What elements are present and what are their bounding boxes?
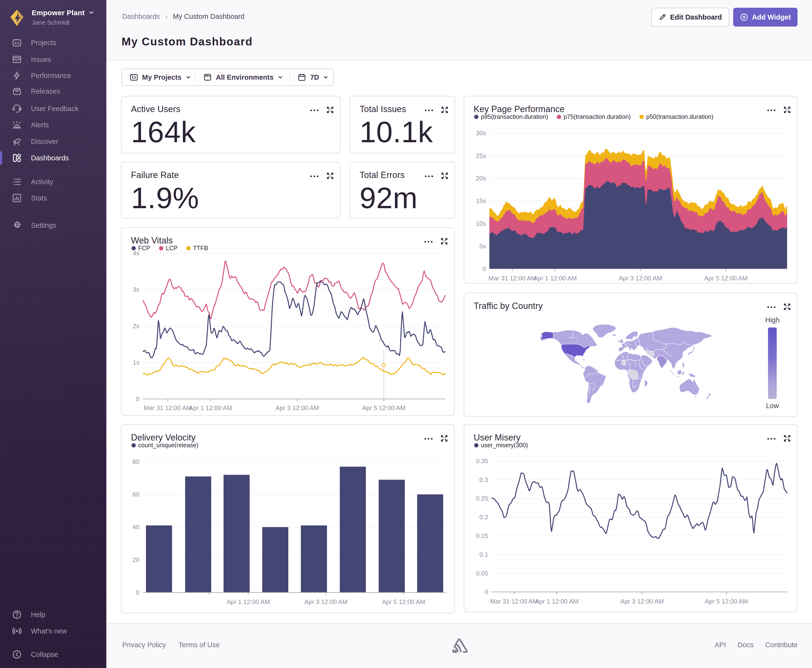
svg-text:Apr 1 12:00 AM: Apr 1 12:00 AM [189, 404, 232, 411]
svg-text:40: 40 [132, 523, 139, 531]
svg-text:Apr 3 12:00 AM: Apr 3 12:00 AM [276, 404, 319, 411]
svg-text:25s: 25s [476, 152, 486, 159]
svg-text:15s: 15s [476, 197, 486, 205]
svg-text:1s: 1s [133, 359, 139, 366]
svg-text:Apr 1 12:00 AM: Apr 1 12:00 AM [535, 598, 578, 605]
svg-text:0: 0 [482, 265, 486, 272]
svg-text:Apr 3 12:00 AM: Apr 3 12:00 AM [619, 275, 662, 282]
svg-text:30s: 30s [476, 129, 486, 137]
svg-text:Apr 5 12:00 AM: Apr 5 12:00 AM [704, 275, 747, 282]
svg-text:Apr 1 12:00 AM: Apr 1 12:00 AM [533, 275, 577, 282]
svg-text:60: 60 [132, 491, 139, 498]
svg-text:2s: 2s [133, 322, 139, 330]
svg-text:Mar 31 12:00 AM: Mar 31 12:00 AM [490, 598, 538, 605]
svg-text:Mar 31 12:00 AM: Mar 31 12:00 AM [144, 404, 192, 411]
svg-text:0.3: 0.3 [479, 476, 488, 483]
svg-text:Apr 5 12:00 AM: Apr 5 12:00 AM [382, 598, 425, 605]
svg-text:80: 80 [132, 458, 139, 465]
svg-text:Apr 5 12:00 AM: Apr 5 12:00 AM [362, 404, 405, 411]
svg-text:0.1: 0.1 [479, 551, 488, 558]
svg-text:0.2: 0.2 [479, 513, 488, 521]
svg-text:4s: 4s [133, 249, 139, 257]
svg-text:0: 0 [136, 589, 139, 596]
svg-text:10s: 10s [476, 220, 486, 227]
svg-text:20s: 20s [476, 175, 486, 182]
svg-text:5s: 5s [479, 242, 486, 250]
svg-text:Apr 3 12:00 AM: Apr 3 12:00 AM [304, 598, 348, 605]
svg-text:0: 0 [136, 395, 139, 402]
svg-text:Mar 31 12:00 AM: Mar 31 12:00 AM [489, 275, 536, 282]
svg-text:0.15: 0.15 [476, 532, 488, 539]
svg-text:Apr 5 12:00 AM: Apr 5 12:00 AM [705, 598, 748, 605]
svg-text:20: 20 [132, 556, 139, 563]
svg-text:Apr 3 12:00 AM: Apr 3 12:00 AM [620, 598, 664, 605]
svg-text:3s: 3s [133, 286, 139, 293]
svg-text:0.05: 0.05 [476, 570, 488, 577]
svg-text:0.35: 0.35 [476, 458, 488, 465]
svg-text:0.25: 0.25 [476, 495, 488, 502]
svg-text:Apr 1 12:00 AM: Apr 1 12:00 AM [226, 598, 270, 605]
svg-text:0: 0 [485, 588, 488, 596]
